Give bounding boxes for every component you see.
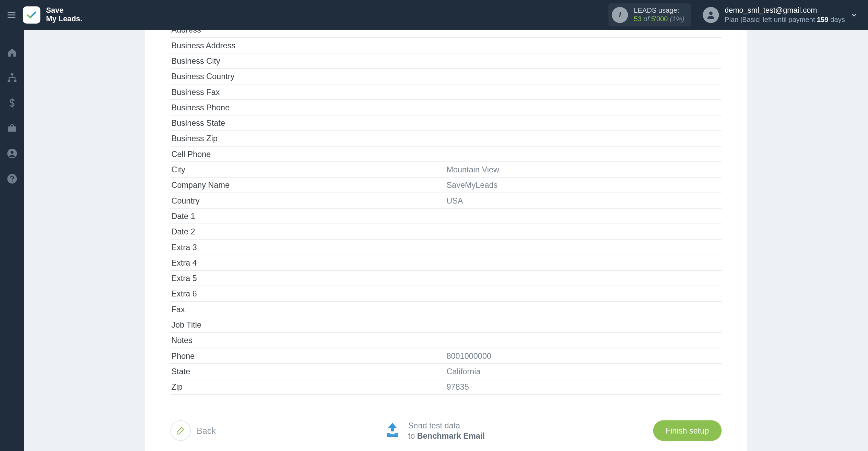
field-value bbox=[447, 317, 722, 332]
svg-rect-13 bbox=[387, 433, 390, 434]
info-icon: i bbox=[612, 7, 628, 23]
svg-rect-6 bbox=[14, 80, 16, 82]
back-button[interactable]: Back bbox=[171, 420, 216, 441]
field-label: Business Zip bbox=[171, 131, 447, 146]
field-label: Address bbox=[171, 30, 447, 37]
usage-label: LEADS usage: bbox=[634, 6, 684, 15]
field-row: Extra 5 bbox=[171, 271, 722, 286]
user-icon bbox=[706, 10, 716, 20]
back-circle bbox=[171, 420, 191, 441]
svg-rect-12 bbox=[387, 434, 399, 437]
field-row: Zip97835 bbox=[171, 379, 722, 395]
card-footer: Back Send test data to Benchmark Email F… bbox=[171, 395, 722, 441]
field-value bbox=[447, 255, 722, 270]
brand-line2: My Leads. bbox=[46, 15, 82, 24]
field-label: Business Country bbox=[171, 69, 447, 84]
plan-days-word: days bbox=[830, 15, 845, 23]
field-row: Extra 6 bbox=[171, 286, 722, 302]
field-value bbox=[447, 38, 722, 53]
field-value: Mountain View bbox=[447, 162, 722, 177]
field-row: Phone8001000000 bbox=[171, 349, 722, 364]
field-value: SaveMyLeads bbox=[447, 178, 722, 193]
field-label: Extra 5 bbox=[171, 271, 447, 286]
field-row: Business Country bbox=[171, 69, 722, 84]
field-label: Extra 6 bbox=[171, 286, 447, 301]
topbar: Save My Leads. i LEADS usage: 53 of 5'00… bbox=[0, 0, 868, 30]
usage-pill[interactable]: i LEADS usage: 53 of 5'000 (1%) bbox=[609, 3, 691, 26]
field-value: California bbox=[447, 364, 722, 379]
field-value bbox=[447, 286, 722, 301]
field-label: Zip bbox=[171, 379, 447, 394]
check-icon bbox=[26, 9, 37, 21]
brand-line1: Save bbox=[46, 6, 63, 14]
field-row: Extra 4 bbox=[171, 255, 722, 271]
field-value: USA bbox=[447, 193, 722, 208]
sidebar-item-billing[interactable] bbox=[0, 97, 24, 109]
field-label: Phone bbox=[171, 349, 447, 364]
sitemap-icon bbox=[7, 72, 17, 83]
plan-mid: | left until payment bbox=[759, 15, 815, 23]
account-block[interactable]: demo_sml_test@gmail.com Plan |Basic| lef… bbox=[703, 6, 868, 24]
hamburger-menu-button[interactable] bbox=[0, 0, 23, 30]
field-value bbox=[447, 100, 722, 115]
field-value bbox=[447, 240, 722, 255]
field-value bbox=[447, 224, 722, 239]
field-value bbox=[447, 333, 722, 348]
field-value: 8001000000 bbox=[447, 349, 722, 364]
sidebar-item-toolbox[interactable] bbox=[0, 122, 24, 135]
field-label: Business Address bbox=[171, 38, 447, 53]
plan-prefix: Plan | bbox=[725, 15, 742, 23]
sidebar-item-home[interactable] bbox=[0, 46, 24, 59]
usage-percent: (1%) bbox=[670, 15, 684, 23]
back-label: Back bbox=[197, 426, 216, 436]
field-value bbox=[447, 85, 722, 100]
field-label: Business Phone bbox=[171, 100, 447, 115]
question-circle-icon bbox=[6, 173, 18, 185]
account-plan: Plan |Basic| left until payment 159 days bbox=[725, 15, 845, 24]
field-row: Business City bbox=[171, 53, 722, 69]
field-label: Business City bbox=[171, 53, 447, 69]
field-value bbox=[447, 69, 722, 84]
field-label: State bbox=[171, 364, 447, 379]
account-dropdown-toggle[interactable] bbox=[847, 0, 861, 30]
svg-rect-14 bbox=[395, 433, 398, 434]
briefcase-icon bbox=[7, 123, 17, 133]
field-row: Date 2 bbox=[171, 224, 722, 240]
field-value: 97835 bbox=[447, 379, 722, 394]
sidebar bbox=[0, 30, 24, 451]
svg-point-9 bbox=[11, 151, 13, 154]
field-row: CityMountain View bbox=[171, 162, 722, 178]
sidebar-item-account[interactable] bbox=[0, 147, 24, 160]
field-value bbox=[447, 302, 722, 317]
send-text: Send test data to Benchmark Email bbox=[408, 420, 485, 441]
field-label: Job Title bbox=[171, 317, 447, 332]
field-row: Business Fax bbox=[171, 85, 722, 100]
main-content[interactable]: AddressBusiness AddressBusiness CityBusi… bbox=[24, 30, 868, 451]
send-line1: Send test data bbox=[408, 420, 485, 431]
send-test-button[interactable]: Send test data to Benchmark Email bbox=[384, 420, 485, 441]
field-row: Fax bbox=[171, 302, 722, 317]
sidebar-item-help[interactable] bbox=[0, 172, 24, 185]
field-value bbox=[447, 115, 722, 131]
field-value bbox=[447, 131, 722, 146]
mapping-card: AddressBusiness AddressBusiness CityBusi… bbox=[145, 30, 747, 451]
field-label: Business State bbox=[171, 115, 447, 131]
field-value bbox=[447, 147, 722, 162]
usage-text: LEADS usage: 53 of 5'000 (1%) bbox=[634, 6, 684, 23]
field-label: Notes bbox=[171, 333, 447, 348]
field-row: Notes bbox=[171, 333, 722, 348]
brand-logo[interactable]: Save My Leads. bbox=[23, 6, 82, 23]
field-row: StateCalifornia bbox=[171, 364, 722, 379]
field-row: Business Phone bbox=[171, 100, 722, 115]
field-label: Cell Phone bbox=[171, 147, 447, 162]
usage-limit: 5'000 bbox=[651, 15, 668, 23]
sidebar-item-connections[interactable] bbox=[0, 71, 24, 84]
field-row: Job Title bbox=[171, 317, 722, 333]
svg-point-11 bbox=[12, 181, 13, 182]
svg-point-3 bbox=[709, 12, 713, 15]
usage-of: of bbox=[643, 15, 649, 23]
user-circle-icon bbox=[6, 148, 18, 159]
field-label: Extra 3 bbox=[171, 240, 447, 255]
finish-setup-button[interactable]: Finish setup bbox=[653, 420, 722, 441]
account-email: demo_sml_test@gmail.com bbox=[725, 6, 845, 15]
